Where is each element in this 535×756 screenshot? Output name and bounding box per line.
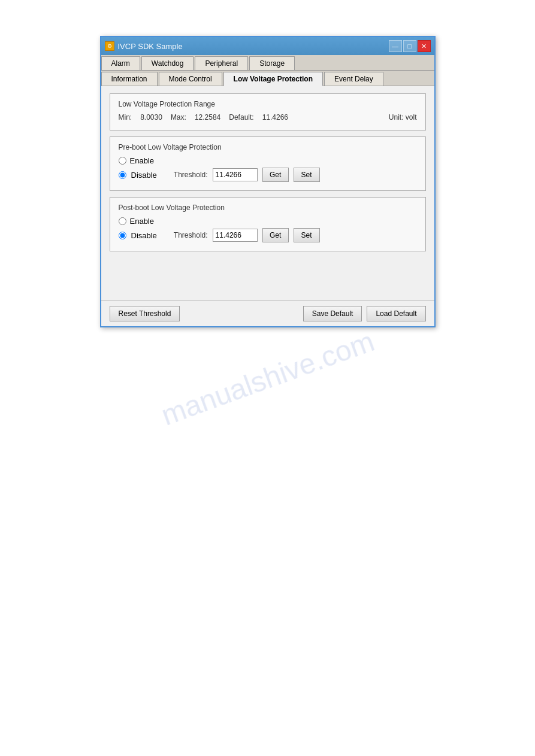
close-button[interactable]: ✕ — [418, 40, 431, 52]
postboot-threshold-label: Threshold: — [174, 231, 208, 239]
maximize-button[interactable]: □ — [403, 40, 416, 52]
window-title: IVCP SDK Sample — [118, 42, 183, 51]
max-label: Max: — [171, 113, 186, 122]
minimize-button[interactable]: — — [389, 40, 402, 52]
preboot-title: Pre-boot Low Voltage Protection — [119, 143, 417, 151]
max-value: 12.2584 — [195, 113, 220, 122]
reset-threshold-button[interactable]: Reset Threshold — [110, 306, 180, 321]
main-window: ⚙ IVCP SDK Sample — □ ✕ Alarm Watchdog P… — [100, 36, 436, 327]
postboot-get-button[interactable]: Get — [262, 228, 289, 242]
postboot-enable-row: Enable — [119, 217, 417, 226]
postboot-section: Post-boot Low Voltage Protection Enable … — [110, 197, 426, 251]
postboot-set-button[interactable]: Set — [294, 228, 320, 242]
tab-information[interactable]: Information — [101, 72, 158, 86]
tab-watchdog[interactable]: Watchdog — [141, 56, 194, 70]
bottom-bar: Reset Threshold Save Default Load Defaul… — [101, 300, 434, 326]
postboot-threshold-input[interactable] — [213, 229, 258, 242]
default-label: Default: — [229, 113, 253, 122]
preboot-disable-radio[interactable] — [119, 171, 126, 179]
title-bar-controls: — □ ✕ — [389, 40, 431, 52]
preboot-get-button[interactable]: Get — [262, 168, 289, 182]
protection-range-section: Low Voltage Protection Range Min: 8.0030… — [110, 93, 426, 130]
bottom-right-buttons: Save Default Load Default — [303, 306, 426, 321]
min-value: 8.0030 — [140, 113, 162, 122]
preboot-disable-label: Disable — [131, 171, 157, 180]
preboot-enable-row: Enable — [119, 156, 417, 165]
tab-alarm[interactable]: Alarm — [101, 56, 140, 70]
preboot-disable-row: Disable Threshold: Get Set — [119, 168, 417, 182]
tab-storage[interactable]: Storage — [249, 56, 295, 70]
title-bar: ⚙ IVCP SDK Sample — □ ✕ — [101, 37, 434, 55]
title-bar-left: ⚙ IVCP SDK Sample — [105, 41, 183, 51]
default-value: 11.4266 — [262, 113, 288, 122]
postboot-enable-label: Enable — [130, 217, 154, 226]
postboot-disable-label: Disable — [131, 231, 157, 240]
preboot-set-button[interactable]: Set — [294, 168, 320, 182]
range-row: Min: 8.0030 Max: 12.2584 Default: 11.426… — [119, 113, 417, 122]
tab-low-voltage-protection[interactable]: Low Voltage Protection — [223, 72, 323, 86]
tab-event-delay[interactable]: Event Delay — [324, 72, 383, 86]
app-icon: ⚙ — [105, 41, 114, 51]
unit-label: Unit: volt — [389, 113, 417, 122]
postboot-title: Post-boot Low Voltage Protection — [119, 204, 417, 212]
preboot-threshold-input[interactable] — [213, 168, 258, 181]
watermark: manualshive.com — [157, 324, 379, 432]
tab-mode-control[interactable]: Mode Control — [159, 72, 222, 86]
postboot-disable-radio[interactable] — [119, 232, 126, 239]
postboot-disable-row: Disable Threshold: Get Set — [119, 228, 417, 242]
spacer — [110, 257, 426, 293]
preboot-enable-radio[interactable] — [119, 157, 126, 165]
tab-row-1: Alarm Watchdog Peripheral Storage — [101, 55, 434, 71]
load-default-button[interactable]: Load Default — [367, 306, 425, 321]
postboot-enable-radio[interactable] — [119, 217, 126, 225]
content-area: Low Voltage Protection Range Min: 8.0030… — [101, 86, 434, 300]
save-default-button[interactable]: Save Default — [303, 306, 362, 321]
preboot-enable-label: Enable — [130, 156, 154, 165]
protection-range-title: Low Voltage Protection Range — [119, 100, 417, 108]
tab-peripheral[interactable]: Peripheral — [195, 56, 248, 70]
tab-row-2: Information Mode Control Low Voltage Pro… — [101, 71, 434, 86]
preboot-section: Pre-boot Low Voltage Protection Enable D… — [110, 136, 426, 191]
preboot-threshold-label: Threshold: — [174, 171, 208, 179]
min-label: Min: — [119, 113, 132, 122]
